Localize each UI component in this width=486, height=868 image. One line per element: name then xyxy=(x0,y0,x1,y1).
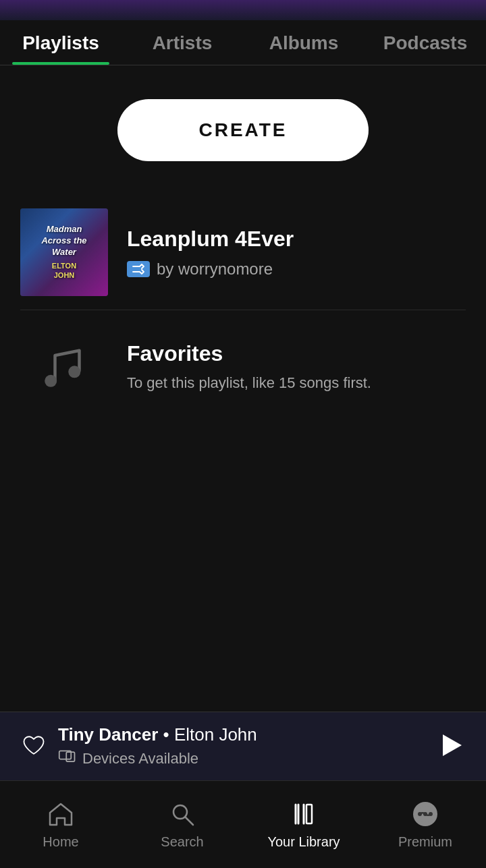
svg-point-14 xyxy=(423,812,427,816)
playlist-item-leanplum[interactable]: MadmanAcross theWater ELTONJOHN Leanplum… xyxy=(0,195,486,310)
svg-point-1 xyxy=(68,366,80,378)
playlist-thumb-leanplum: MadmanAcross theWater ELTONJOHN xyxy=(20,208,108,296)
device-text: Devices Available xyxy=(82,750,198,768)
svg-line-6 xyxy=(185,817,193,825)
play-button[interactable] xyxy=(436,730,466,763)
now-playing-info: Tiny Dancer • Elton John Devices Availab… xyxy=(58,724,257,768)
create-button-wrapper: CREATE xyxy=(0,65,486,195)
nav-label-search: Search xyxy=(161,834,203,850)
svg-point-12 xyxy=(418,812,422,816)
playlist-info-leanplum: Leanplum 4Ever by worrynomore xyxy=(127,227,466,279)
main-content: CREATE MadmanAcross theWater ELTONJOHN L… xyxy=(0,65,486,560)
tabs-bar: Playlists Artists Albums Podcasts xyxy=(0,0,486,65)
svg-point-13 xyxy=(429,812,433,816)
tab-podcasts[interactable]: Podcasts xyxy=(364,20,486,65)
elton-art: MadmanAcross theWater ELTONJOHN xyxy=(20,208,108,296)
tab-albums[interactable]: Albums xyxy=(243,20,364,65)
nav-item-home[interactable]: Home xyxy=(0,788,122,861)
now-playing-bar[interactable]: Tiny Dancer • Elton John Devices Availab… xyxy=(0,712,486,780)
playlist-by-leanplum: by worrynomore xyxy=(157,260,273,279)
create-playlist-button[interactable]: CREATE xyxy=(117,99,368,161)
svg-rect-10 xyxy=(306,805,312,823)
svg-point-0 xyxy=(45,375,57,387)
bottom-nav: Home Search Your Library Premium xyxy=(0,780,486,868)
favorites-subtitle: To get this playlist, like 15 songs firs… xyxy=(127,373,466,394)
nav-label-premium: Premium xyxy=(398,834,452,850)
playlist-item-favorites[interactable]: Favorites To get this playlist, like 15 … xyxy=(0,310,486,425)
device-icon xyxy=(58,749,77,768)
nav-item-premium[interactable]: Premium xyxy=(364,788,486,861)
playlist-info-favorites: Favorites To get this playlist, like 15 … xyxy=(127,341,466,394)
now-playing-device: Devices Available xyxy=(58,749,257,768)
now-playing-title: Tiny Dancer • Elton John xyxy=(58,724,257,745)
playlist-title-leanplum: Leanplum 4Ever xyxy=(127,227,466,252)
svg-marker-4 xyxy=(443,734,462,756)
tab-artists[interactable]: Artists xyxy=(122,20,243,65)
nav-item-search[interactable]: Search xyxy=(122,788,243,861)
favorites-title: Favorites xyxy=(127,341,466,366)
playlist-meta-leanplum: by worrynomore xyxy=(127,260,466,279)
nav-item-your-library[interactable]: Your Library xyxy=(243,788,364,861)
heart-icon[interactable] xyxy=(20,732,47,761)
shuffle-icon xyxy=(127,261,150,277)
nav-label-home: Home xyxy=(43,834,78,850)
music-note-icon xyxy=(20,324,108,411)
tab-playlists[interactable]: Playlists xyxy=(0,20,122,65)
nav-label-your-library: Your Library xyxy=(267,834,340,850)
now-playing-left: Tiny Dancer • Elton John Devices Availab… xyxy=(20,724,257,768)
